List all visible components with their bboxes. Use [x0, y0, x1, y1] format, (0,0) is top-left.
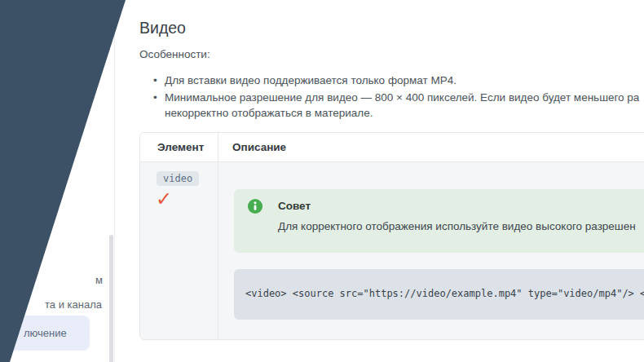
tip-callout: Совет Для корректного отображения исполь… — [234, 189, 644, 253]
info-icon — [248, 199, 262, 214]
column-header-element: Элемент — [157, 141, 204, 153]
sidebar-item-fragment-2[interactable]: та и канала — [45, 298, 102, 311]
list-item: Минимальное разрешение для видео — 800 ×… — [153, 90, 639, 121]
column-header-description: Описание — [232, 141, 286, 153]
tip-title: Совет — [278, 200, 311, 212]
table-header-row: Элемент Описание — [140, 133, 644, 162]
table-row: video ✓ Совет Для корректного отображени… — [140, 162, 644, 339]
list-item: Для вставки видео поддерживается только … — [153, 73, 639, 88]
elements-table: Элемент Описание video ✓ Совет Для корре… — [139, 132, 644, 340]
features-label: Особенности: — [139, 48, 210, 60]
sidebar-scrollbar[interactable] — [109, 235, 113, 362]
page-title: Видео — [139, 19, 186, 38]
checkmark-icon: ✓ — [156, 188, 172, 210]
docs-page: м та и канала лючение Видео Особенности:… — [0, 0, 644, 362]
sidebar-item-fragment-1[interactable]: м — [95, 274, 103, 286]
code-text: <video> <source src="https://video/examp… — [245, 288, 644, 299]
bullet-text: Для вставки видео поддерживается только … — [165, 74, 457, 86]
sidebar-item-active-label: лючение — [24, 327, 67, 339]
sidebar-item-active[interactable]: лючение — [5, 316, 90, 351]
tip-text: Для корректного отображения используйте … — [278, 220, 636, 232]
code-block: <video> <source src="https://video/examp… — [234, 269, 644, 320]
bullet-text-line2: некорректно отображаться в материале. — [165, 107, 373, 119]
features-list: Для вставки видео поддерживается только … — [153, 73, 639, 121]
sidebar-divider — [114, 0, 115, 362]
element-tag-badge: video — [157, 171, 199, 186]
bullet-text-line1: Минимальное разрешение для видео — 800 ×… — [165, 91, 639, 104]
